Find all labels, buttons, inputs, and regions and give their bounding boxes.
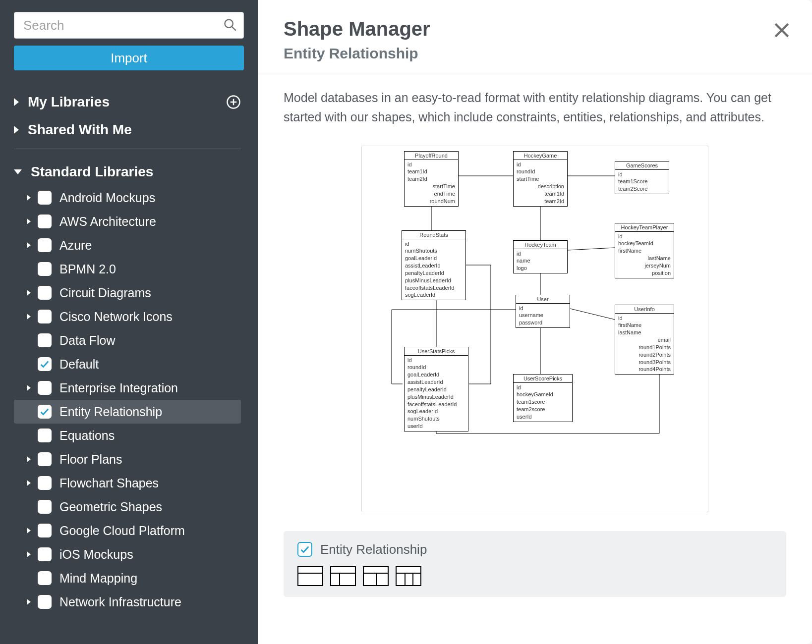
tree-checkbox[interactable] [38,286,52,300]
search-input[interactable] [14,12,244,39]
spacer [27,432,31,438]
tree-checkbox[interactable] [38,524,52,537]
tree-label: Azure [59,238,92,253]
tree-checkbox[interactable] [38,381,52,395]
tree-item[interactable]: Network Infrastructure [14,590,241,614]
sidebar-scroller[interactable]: My Libraries Shared With Me Standard Lib… [14,88,244,614]
tree-checkbox[interactable] [38,476,52,490]
section-my-libraries[interactable]: My Libraries [14,88,241,116]
tree-item[interactable]: Circuit Diagrams [14,281,241,305]
svg-point-0 [225,20,233,28]
spacer [27,361,31,367]
erd-entity: HockeyTeamidnamelogo [513,240,568,274]
erd-entity: PlayoffRoundidteam1Idteam2IdstartTimeend… [404,151,459,207]
tree-checkbox[interactable] [38,357,52,371]
tree-checkbox[interactable] [38,429,52,442]
tree-item[interactable]: AWS Architecture [14,210,241,233]
chevron-down-icon [14,169,22,174]
tree-item[interactable]: Entity Relationship [14,400,241,424]
main-panel: Shape Manager Entity Relationship Model … [258,0,812,644]
tree-label: iOS Mockups [59,547,133,562]
tree-label: Network Infrastructure [59,595,181,609]
section-standard-libraries[interactable]: Standard Libraries [14,158,241,186]
tree-item[interactable]: Android Mockups [14,186,241,210]
tree-item[interactable]: Enterprise Integration [14,376,241,400]
tree-checkbox[interactable] [38,238,52,252]
erd-entity: Useridusernamepassword [516,295,570,328]
tree-checkbox[interactable] [38,333,52,347]
section-label: My Libraries [28,94,110,110]
tree-label: Google Cloud Platform [59,524,185,538]
erd-entity: HockeyGameidroundIdstartTimedescriptiont… [513,151,568,207]
spacer [27,575,31,581]
tree-label: BPMN 2.0 [59,262,116,276]
tree-item[interactable]: iOS Mockups [14,542,241,566]
chevron-right-icon [27,314,31,320]
tree-checkbox[interactable] [38,405,52,419]
erd-entity: UserScorePicksidhockeyGameIdteam1scorete… [513,374,573,422]
tree-label: Geometric Shapes [59,500,162,514]
tree-item[interactable]: Floor Plans [14,447,241,471]
chevron-right-icon [27,385,31,391]
tree-checkbox[interactable] [38,547,52,561]
tree-label: Android Mockups [59,191,155,205]
chevron-right-icon [27,480,31,486]
close-icon[interactable] [773,22,790,39]
tree-label: Data Flow [59,333,116,348]
chevron-right-icon [14,126,19,134]
tree-item[interactable]: Equations [14,424,241,447]
description-text: Model databases in an easy-to-read forma… [284,88,786,127]
divider [258,73,812,73]
chevron-right-icon [27,195,31,201]
chevron-right-icon [27,599,31,605]
import-button[interactable]: Import [14,46,244,70]
shape-thumb-entity-4[interactable] [396,566,421,586]
erd-entity: UserStatsPicksidroundIdgoalLeaderIdassis… [404,347,468,431]
tree-item[interactable]: Flowchart Shapes [14,471,241,495]
tree-label: Circuit Diagrams [59,286,151,300]
library-checkbox[interactable] [297,542,312,557]
spacer [27,504,31,510]
plus-circle-icon[interactable] [226,95,241,109]
section-label: Standard Libraries [31,164,153,180]
spacer [27,337,31,343]
spacer [27,409,31,415]
shape-thumb-entity-3[interactable] [363,566,389,586]
tree-checkbox[interactable] [38,310,52,323]
page-title: Shape Manager [284,18,786,40]
section-shared-with-me[interactable]: Shared With Me [14,116,241,144]
tree-checkbox[interactable] [38,215,52,228]
tree-item[interactable]: Mind Mapping [14,566,241,590]
page-subtitle: Entity Relationship [284,45,786,62]
tree-item[interactable]: Geometric Shapes [14,495,241,519]
tree-checkbox[interactable] [38,571,52,585]
tree-checkbox[interactable] [38,500,52,514]
chevron-right-icon [27,551,31,557]
erd-entity: UserInfoidfirstNamelastNameemailround1Po… [615,305,674,375]
tree-checkbox[interactable] [38,595,52,609]
tree-label: Mind Mapping [59,571,137,586]
library-tree: Android MockupsAWS ArchitectureAzureBPMN… [14,186,241,614]
sidebar: Import My Libraries Shared With Me Stand… [0,0,258,644]
erd-entity: HockeyTeamPlayeridhockeyTeamIdfirstNamel… [615,223,674,278]
tree-checkbox[interactable] [38,452,52,466]
tree-checkbox[interactable] [38,191,52,205]
shape-thumb-entity[interactable] [297,566,323,586]
tree-item[interactable]: Google Cloud Platform [14,519,241,542]
tree-item[interactable]: Azure [14,233,241,257]
tree-item[interactable]: Cisco Network Icons [14,305,241,328]
tree-item[interactable]: Data Flow [14,328,241,352]
tree-checkbox[interactable] [38,262,52,276]
chevron-right-icon [27,528,31,534]
chevron-right-icon [27,218,31,224]
shape-thumb-entity-2[interactable] [330,566,356,586]
shape-thumbnails [297,566,772,586]
tree-label: AWS Architecture [59,215,156,229]
section-label: Shared With Me [28,122,132,138]
library-card-title: Entity Relationship [320,542,427,557]
chevron-right-icon [27,242,31,248]
svg-line-1 [232,27,236,31]
tree-item[interactable]: Default [14,352,241,376]
tree-item[interactable]: BPMN 2.0 [14,257,241,281]
tree-label: Cisco Network Icons [59,310,173,324]
